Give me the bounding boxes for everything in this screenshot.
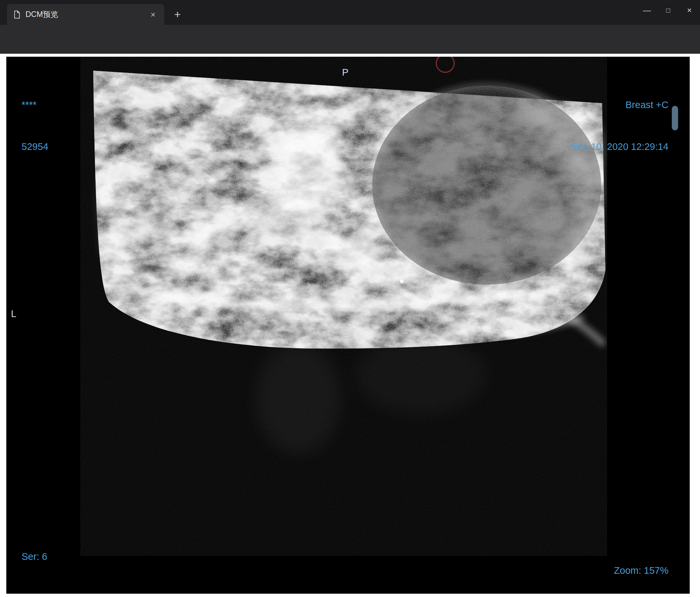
- page-favicon-icon: [13, 10, 21, 19]
- overlay-bottom-right: Zoom: 157% W: 778 L: 389 Lossless / Unco…: [558, 536, 669, 594]
- new-tab-button[interactable]: +: [170, 7, 185, 21]
- overlay-bottom-left: Ser: 6 Img: 201 1/545 512 x 512 Loc: 109…: [22, 522, 159, 594]
- overlay-top-right: Breast +C Sep 10, 2020 12:29:14: [571, 70, 669, 181]
- window-controls: — □ ×: [636, 0, 700, 21]
- browser-toolbar: ← https://file.kkview.cn/onlinePreview?u…: [0, 25, 700, 54]
- tab-strip: DCM预览 × + — □ ×: [0, 0, 700, 25]
- accession-number: 52954: [22, 140, 48, 154]
- series-number: Ser: 6: [22, 550, 159, 564]
- tab-close-icon[interactable]: ×: [148, 9, 158, 20]
- scrollbar-thumb[interactable]: [672, 106, 678, 130]
- close-button[interactable]: ×: [679, 0, 700, 21]
- browser-window: DCM预览 × + — □ × ←: [0, 0, 700, 597]
- study-description: Breast +C: [571, 98, 669, 112]
- overlay-top-left: **** 52954: [22, 70, 48, 181]
- minimize-button[interactable]: —: [636, 0, 657, 21]
- tab-title: DCM预览: [26, 9, 148, 20]
- browser-tab[interactable]: DCM预览 ×: [7, 4, 164, 25]
- zoom-level: Zoom: 157%: [558, 564, 669, 577]
- orientation-marker-posterior: P: [342, 65, 348, 79]
- dicom-viewer: **** 52954 P Breast +C Sep 10, 2020 12:2…: [6, 57, 690, 594]
- maximize-button[interactable]: □: [657, 0, 679, 21]
- image-number: Img: 201 1/545: [22, 591, 159, 594]
- orientation-marker-left: L: [11, 307, 16, 321]
- study-datetime: Sep 10, 2020 12:29:14: [571, 140, 669, 154]
- patient-id-masked: ****: [22, 98, 48, 112]
- page-content: **** 52954 P Breast +C Sep 10, 2020 12:2…: [0, 54, 700, 597]
